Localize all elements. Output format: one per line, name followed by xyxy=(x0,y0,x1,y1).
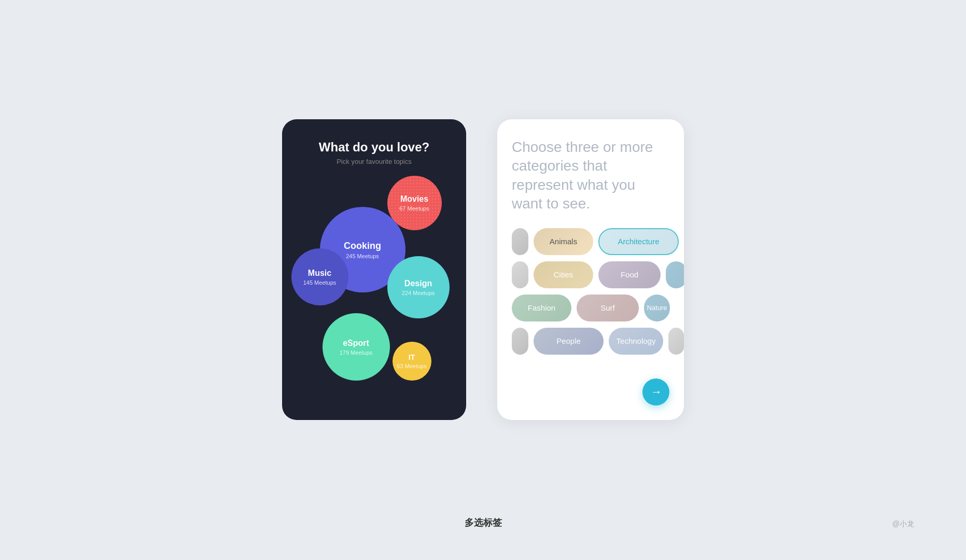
tag-partial-row4-left[interactable] xyxy=(512,328,528,355)
bubble-it-count: 63 Meetups xyxy=(397,363,426,369)
bubble-esport-count: 179 Meetups xyxy=(340,349,373,356)
tag-animals[interactable]: Animals xyxy=(534,228,593,255)
tag-technology-label: People xyxy=(546,337,591,345)
bubble-music[interactable]: Music 145 Meetups xyxy=(291,248,348,305)
tag-people-label: Surf xyxy=(590,303,625,312)
bubble-design-count: 224 Meetups xyxy=(402,290,435,296)
tag-food-label: Cities xyxy=(543,270,584,279)
tag-fashion[interactable]: Food xyxy=(598,261,661,288)
next-button[interactable]: → xyxy=(642,379,669,405)
bubble-esport-name: eSport xyxy=(343,339,369,348)
bubble-music-name: Music xyxy=(308,269,331,278)
footer-label: 多选标签 xyxy=(465,516,502,529)
tags-grid: Animals Architecture Cities xyxy=(512,228,669,405)
tag-architecture[interactable]: Architecture xyxy=(598,228,679,255)
next-button-arrow: → xyxy=(651,385,662,399)
tag-architecture-label: Architecture xyxy=(607,237,669,246)
tag-surf-partial[interactable] xyxy=(666,261,684,288)
tags-row-4: People Technology xyxy=(512,328,669,355)
tag-partial-row1-left[interactable] xyxy=(512,228,528,255)
tags-row-3: Fashion Surf Nature xyxy=(512,295,669,321)
tags-row-1: Animals Architecture xyxy=(512,228,669,255)
bubbles-area: Movies 67 Meetups Cooking 245 Meetups Mu… xyxy=(291,176,457,394)
bubble-it[interactable]: IT 63 Meetups xyxy=(393,342,431,381)
bubble-it-name: IT xyxy=(409,353,415,361)
left-card: What do you love? Pick your favourite to… xyxy=(282,119,466,420)
tag-surf-label: Nature xyxy=(644,304,670,312)
bubble-music-count: 145 Meetups xyxy=(303,279,337,286)
tag-surf[interactable]: Nature xyxy=(644,295,670,321)
bubble-movies-name: Movies xyxy=(400,194,428,204)
bubble-cooking-name: Cooking xyxy=(344,241,381,251)
tag-food[interactable]: Cities xyxy=(534,261,593,288)
right-card-title: Choose three or more categories that rep… xyxy=(512,138,669,214)
bubble-design-name: Design xyxy=(404,279,432,288)
bubble-cooking-count: 245 Meetups xyxy=(346,253,379,259)
tag-nature[interactable]: Fashion xyxy=(512,295,571,321)
page-container: What do you love? Pick your favourite to… xyxy=(282,119,684,420)
footer-credit: @小龙 xyxy=(892,520,914,529)
tag-nature-label: Fashion xyxy=(517,303,566,312)
right-card: Choose three or more categories that rep… xyxy=(497,119,684,420)
tags-row-2: Cities Food xyxy=(512,261,669,288)
tag-animals-label: Animals xyxy=(539,237,587,246)
left-card-subtitle: Pick your favourite topics xyxy=(337,158,412,165)
tag-fashion-label: Food xyxy=(610,270,649,279)
tag-partial-row4-right[interactable] xyxy=(668,328,684,355)
tag-partial-row2-left[interactable] xyxy=(512,261,528,288)
bubble-movies-count: 67 Meetups xyxy=(399,205,429,212)
tag-travel[interactable]: Technology xyxy=(609,328,663,355)
bubble-design[interactable]: Design 224 Meetups xyxy=(387,256,450,318)
tag-people[interactable]: Surf xyxy=(577,295,639,321)
left-card-title: What do you love? xyxy=(319,140,429,155)
tag-technology[interactable]: People xyxy=(534,328,604,355)
tag-travel-label: Technology xyxy=(609,337,663,345)
bubble-esport[interactable]: eSport 179 Meetups xyxy=(323,313,390,381)
